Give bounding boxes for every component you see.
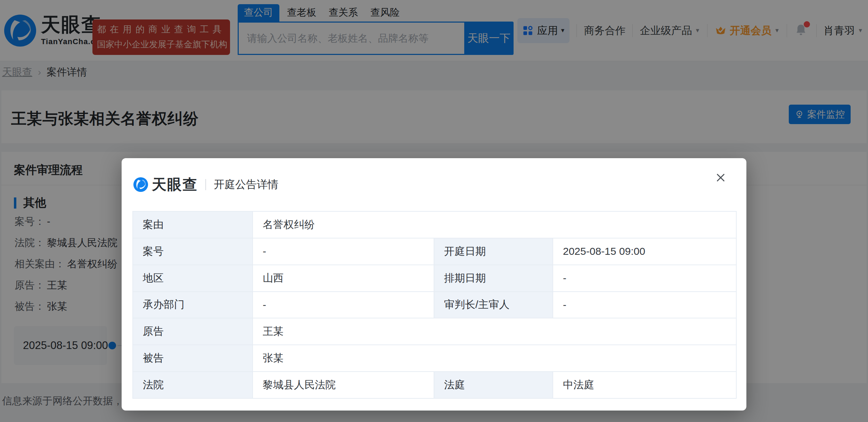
- modal-close-button[interactable]: [715, 172, 726, 183]
- table-row: 原告王某: [133, 318, 736, 345]
- row-value-cell: -: [253, 292, 434, 318]
- row-label-cell: 审判长/主审人: [434, 292, 553, 318]
- table-row: 地区山西排期日期-: [133, 265, 736, 292]
- row-value-cell: 名誉权纠纷: [253, 211, 736, 238]
- row-label-cell: 排期日期: [434, 265, 553, 292]
- row-value-cell: 张某: [253, 345, 736, 372]
- row-value-cell: 2025-08-15 09:00: [553, 238, 736, 265]
- close-icon: [715, 172, 726, 183]
- row-label-cell: 案号: [133, 238, 253, 265]
- tianyancha-logo-icon: [133, 177, 148, 192]
- row-value-cell: -: [553, 292, 736, 318]
- hearing-detail-table: 案由名誉权纠纷案号-开庭日期2025-08-15 09:00地区山西排期日期-承…: [132, 211, 737, 399]
- modal-header: 天眼查 开庭公告详情: [133, 172, 278, 197]
- row-label-cell: 地区: [133, 265, 253, 292]
- table-row: 案号-开庭日期2025-08-15 09:00: [133, 238, 736, 265]
- row-value-cell: 中法庭: [553, 372, 736, 398]
- row-label-cell: 承办部门: [133, 292, 253, 318]
- row-label-cell: 案由: [133, 211, 253, 238]
- table-row: 法院黎城县人民法院法庭中法庭: [133, 372, 736, 398]
- row-label-cell: 法院: [133, 372, 253, 398]
- hearing-table-body: 案由名誉权纠纷案号-开庭日期2025-08-15 09:00地区山西排期日期-承…: [133, 211, 736, 398]
- row-value-cell: -: [553, 265, 736, 292]
- hearing-detail-modal: 天眼查 开庭公告详情 案由名誉权纠纷案号-开庭日期2025-08-15 09:0…: [122, 158, 746, 411]
- row-value-cell: 黎城县人民法院: [253, 372, 434, 398]
- row-value-cell: 山西: [253, 265, 434, 292]
- row-value-cell: 王某: [253, 318, 736, 345]
- row-label-cell: 被告: [133, 345, 253, 372]
- row-label-cell: 开庭日期: [434, 238, 553, 265]
- modal-brand-name: 天眼查: [152, 175, 198, 194]
- table-row: 被告张某: [133, 345, 736, 372]
- divider: [205, 179, 206, 190]
- table-row: 案由名誉权纠纷: [133, 211, 736, 238]
- row-label-cell: 法庭: [434, 372, 553, 398]
- row-label-cell: 原告: [133, 318, 253, 345]
- modal-title: 开庭公告详情: [214, 177, 278, 192]
- row-value-cell: -: [253, 238, 434, 265]
- table-row: 承办部门-审判长/主审人-: [133, 292, 736, 318]
